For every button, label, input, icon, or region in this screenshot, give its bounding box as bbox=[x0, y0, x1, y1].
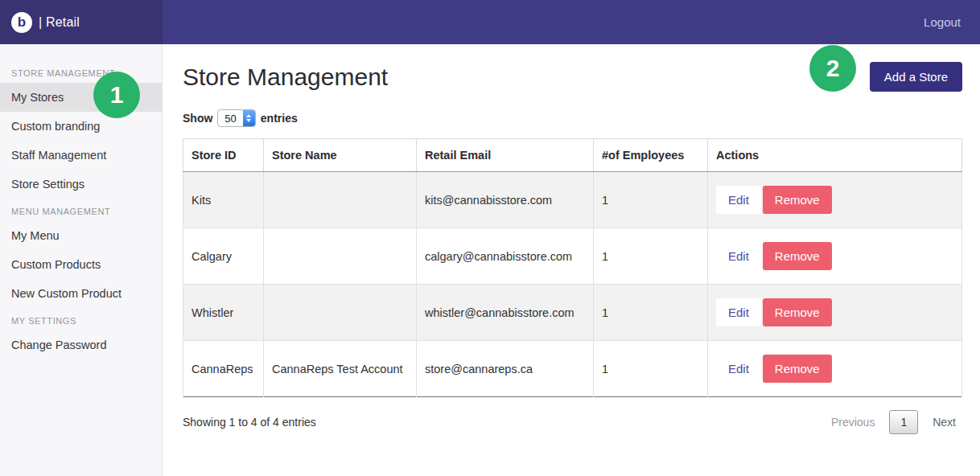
actions-cell: EditRemove bbox=[708, 341, 962, 397]
employees-cell: 1 bbox=[594, 285, 708, 341]
sidebar-item-new-custom-product[interactable]: New Custom Product bbox=[0, 279, 162, 308]
retail-email-cell: store@cannareps.ca bbox=[417, 341, 594, 397]
stores-table-body: Kitskits@cannabisstore.com1EditRemoveCal… bbox=[183, 172, 962, 397]
topbar-main: Logout bbox=[163, 0, 980, 44]
table-row: Whistlerwhistler@cannabisstore.com1EditR… bbox=[183, 285, 962, 341]
sidebar-item-store-settings[interactable]: Store Settings bbox=[0, 170, 162, 199]
buddi-logo-icon: b bbox=[11, 12, 32, 33]
page-length-control: Show 50 entries bbox=[183, 109, 962, 127]
actions-cell: EditRemove bbox=[708, 285, 962, 341]
logo-area: b | Retail bbox=[0, 0, 163, 44]
store-id-cell: Whistler bbox=[183, 285, 264, 341]
sidebar-item-custom-products[interactable]: Custom Products bbox=[0, 250, 162, 279]
brand-text: | Retail bbox=[39, 15, 80, 30]
column-header[interactable]: Store ID bbox=[183, 139, 264, 172]
edit-button[interactable]: Edit bbox=[716, 242, 761, 270]
topbar: b | Retail Logout bbox=[0, 0, 980, 44]
show-label: Show bbox=[183, 112, 212, 125]
page-title: Store Management bbox=[183, 64, 388, 91]
sidebar-item-change-password[interactable]: Change Password bbox=[0, 330, 162, 359]
table-row: CannaRepsCannaReps Test Accountstore@can… bbox=[183, 341, 962, 397]
sidebar-section-header: MY SETTINGS bbox=[0, 308, 162, 330]
store-name-cell bbox=[264, 228, 417, 285]
select-stepper-icon bbox=[243, 110, 255, 126]
entries-select[interactable]: 50 bbox=[217, 109, 255, 127]
annotation-badge-2: 2 bbox=[809, 45, 856, 92]
pagination: Previous 1 Next bbox=[825, 410, 962, 434]
actions-cell: EditRemove bbox=[708, 228, 962, 285]
employees-cell: 1 bbox=[594, 341, 708, 397]
table-footer: Showing 1 to 4 of 4 entries Previous 1 N… bbox=[183, 410, 962, 434]
sidebar-nav: STORE MANAGEMENTMy StoresCustom branding… bbox=[0, 44, 163, 476]
store-id-cell: CannaReps bbox=[183, 341, 264, 397]
entries-summary: Showing 1 to 4 of 4 entries bbox=[183, 416, 316, 429]
stores-table: Store IDStore NameRetail Email#of Employ… bbox=[183, 138, 962, 397]
logout-link[interactable]: Logout bbox=[924, 15, 961, 29]
employees-cell: 1 bbox=[594, 228, 708, 285]
column-header[interactable]: #of Employees bbox=[594, 139, 708, 172]
edit-button[interactable]: Edit bbox=[716, 355, 761, 383]
pagination-next[interactable]: Next bbox=[926, 411, 962, 433]
pagination-previous[interactable]: Previous bbox=[825, 411, 881, 433]
actions-cell: EditRemove bbox=[708, 172, 962, 228]
store-name-cell bbox=[264, 285, 417, 341]
column-header[interactable]: Store Name bbox=[264, 139, 417, 172]
entries-label: entries bbox=[261, 112, 298, 125]
pagination-page-1[interactable]: 1 bbox=[889, 410, 918, 434]
edit-button[interactable]: Edit bbox=[716, 186, 761, 214]
sidebar-item-my-menu[interactable]: My Menu bbox=[0, 221, 162, 250]
store-id-cell: Kits bbox=[183, 172, 264, 228]
sidebar-section-header: STORE MANAGEMENT bbox=[0, 60, 162, 83]
retail-email-cell: whistler@cannabisstore.com bbox=[417, 285, 594, 341]
sidebar-item-custom-branding[interactable]: Custom branding bbox=[0, 112, 162, 141]
add-store-button[interactable]: Add a Store bbox=[870, 62, 962, 92]
store-name-cell bbox=[264, 172, 417, 228]
sidebar-section-header: MENU MANAGEMENT bbox=[0, 199, 162, 221]
remove-button[interactable]: Remove bbox=[763, 186, 832, 214]
store-id-cell: Calgary bbox=[183, 228, 264, 285]
store-name-cell: CannaReps Test Account bbox=[264, 341, 417, 397]
main-content: Store Management Add a Store Show 50 ent… bbox=[163, 44, 980, 476]
retail-email-cell: calgary@cannabisstore.com bbox=[417, 228, 594, 285]
table-header-row: Store IDStore NameRetail Email#of Employ… bbox=[183, 139, 962, 172]
annotation-badge-1: 1 bbox=[93, 72, 140, 118]
remove-button[interactable]: Remove bbox=[763, 298, 832, 326]
column-header[interactable]: Actions bbox=[708, 139, 962, 172]
table-row: Kitskits@cannabisstore.com1EditRemove bbox=[183, 172, 962, 228]
table-row: Calgarycalgary@cannabisstore.com1EditRem… bbox=[183, 228, 962, 285]
retail-email-cell: kits@cannabisstore.com bbox=[417, 172, 594, 228]
remove-button[interactable]: Remove bbox=[763, 242, 832, 270]
employees-cell: 1 bbox=[594, 172, 708, 228]
remove-button[interactable]: Remove bbox=[763, 355, 832, 383]
sidebar-item-staff-management[interactable]: Staff Management bbox=[0, 141, 162, 170]
entries-select-value: 50 bbox=[218, 110, 242, 126]
column-header[interactable]: Retail Email bbox=[417, 139, 594, 172]
edit-button[interactable]: Edit bbox=[716, 298, 761, 326]
